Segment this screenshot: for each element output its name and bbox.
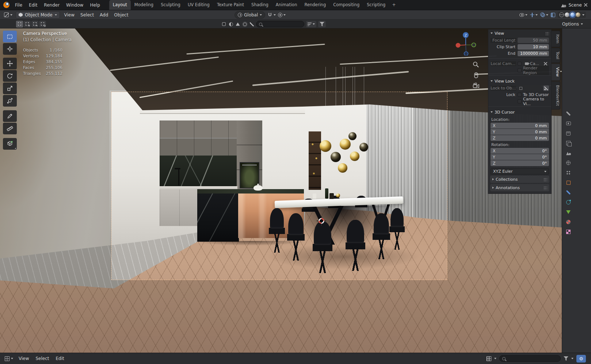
shading-wireframe-icon[interactable] — [559, 12, 564, 17]
menu-object[interactable]: Object — [111, 12, 131, 18]
tool-transform[interactable] — [3, 95, 17, 107]
3d-viewport[interactable]: Camera Perspective (1) Collection | Came… — [0, 28, 562, 353]
bottom-menu-view[interactable]: View — [16, 356, 32, 361]
tool-move[interactable] — [3, 58, 17, 69]
filter-button[interactable] — [318, 21, 326, 27]
shading-solid-icon[interactable] — [565, 12, 569, 17]
sidebar-tab-view[interactable]: View — [552, 64, 560, 80]
blenderkit-material-icon[interactable] — [228, 22, 233, 27]
workspace-tab-texture-paint[interactable]: Texture Paint — [213, 0, 248, 10]
bottom-menu-edit[interactable]: Edit — [53, 356, 67, 361]
proportional-edit-toggle[interactable] — [278, 13, 286, 17]
bottom-editor-type-button[interactable] — [3, 356, 15, 362]
view-lock-panel-header[interactable]: View Lock — [488, 77, 551, 85]
overlays-toggle[interactable] — [540, 12, 548, 17]
drag-handle-icon[interactable] — [543, 177, 547, 181]
mode-dropdown[interactable]: Object Mode — [16, 11, 60, 19]
workspace-tab-sculpting[interactable]: Sculpting — [157, 0, 184, 10]
cursor-rotation-y[interactable]: Y0° — [491, 154, 549, 160]
clip-start-field[interactable]: 10 mm — [518, 44, 549, 50]
scene-unlink-icon[interactable] — [584, 3, 587, 7]
bottom-search-input[interactable] — [507, 356, 558, 361]
cursor-rotation-x[interactable]: X0° — [491, 148, 549, 154]
tool-rotate[interactable] — [3, 70, 17, 82]
tab-tool-icon[interactable] — [565, 110, 572, 117]
render-region-checkbox[interactable] — [518, 68, 522, 72]
select-subtract-button[interactable] — [31, 21, 38, 27]
workspace-tab-animation[interactable]: Animation — [272, 0, 301, 10]
tab-object-icon[interactable] — [565, 179, 572, 186]
tab-object-data-icon[interactable] — [565, 209, 572, 215]
annotations-panel-header[interactable]: Annotations — [490, 184, 549, 191]
blenderkit-scene-icon[interactable] — [235, 22, 240, 27]
lock-object-field[interactable] — [518, 85, 542, 91]
cursor-location-y[interactable]: Y0 mm — [491, 129, 549, 135]
pan-hand-icon[interactable] — [473, 72, 479, 79]
cursor-location-x[interactable]: X0 mm — [491, 123, 549, 129]
add-workspace-button[interactable]: + — [389, 0, 399, 10]
menu-window[interactable]: Window — [63, 0, 87, 10]
camera-to-view-checkbox[interactable] — [518, 99, 522, 103]
tab-collection-icon[interactable] — [565, 169, 572, 176]
eyedropper-button[interactable] — [543, 85, 549, 91]
clear-icon[interactable] — [544, 62, 547, 65]
collections-panel-header[interactable]: Collections — [490, 176, 549, 183]
cursor-location-z[interactable]: Z0 mm — [491, 135, 549, 141]
object-visibility-dropdown[interactable] — [519, 13, 527, 17]
local-camera-field[interactable]: Ca... — [523, 61, 549, 66]
shading-material-preview-icon[interactable] — [570, 12, 575, 17]
options-dropdown[interactable]: Options — [562, 22, 588, 27]
scene-name[interactable]: Scene — [568, 3, 582, 8]
menu-edit[interactable]: Edit — [26, 0, 41, 10]
tool-annotate[interactable] — [3, 110, 17, 122]
view-panel-header[interactable]: View — [488, 30, 551, 37]
menu-add[interactable]: Add — [97, 12, 111, 18]
workspace-tab-shading[interactable]: Shading — [248, 0, 272, 10]
workspace-tab-compositing[interactable]: Compositing — [329, 0, 363, 10]
shading-rendered-icon[interactable] — [576, 12, 580, 17]
select-intersect-button[interactable] — [39, 21, 46, 27]
cursor-rotation-z[interactable]: Z0° — [491, 160, 549, 166]
filter-funnel-icon[interactable] — [564, 356, 568, 361]
tab-world-icon[interactable] — [565, 160, 572, 166]
camera-view-icon[interactable] — [473, 83, 480, 89]
tab-render-icon[interactable] — [565, 120, 572, 127]
tool-cursor[interactable] — [3, 43, 17, 55]
drag-handle-icon[interactable] — [545, 31, 549, 35]
workspace-tab-rendering[interactable]: Rendering — [301, 0, 329, 10]
tool-measure[interactable] — [3, 123, 17, 134]
blenderkit-search-input[interactable] — [264, 22, 301, 27]
sidebar-tab-item[interactable]: Item — [552, 31, 560, 47]
focal-length-field[interactable]: 50 mm — [518, 38, 549, 43]
editor-type-button[interactable] — [2, 12, 14, 18]
blenderkit-model-icon[interactable] — [221, 22, 226, 27]
tool-select-box[interactable] — [3, 31, 17, 42]
workspace-tab-layout[interactable]: Layout — [109, 0, 131, 10]
xray-toggle-icon[interactable] — [551, 13, 555, 17]
menu-file[interactable]: File — [12, 0, 26, 10]
gizmos-toggle[interactable] — [530, 13, 538, 17]
blenderkit-brush-icon[interactable] — [249, 22, 254, 27]
blenderkit-hdr-icon[interactable] — [242, 22, 247, 27]
tab-scene-icon[interactable] — [565, 150, 572, 156]
orientation-dropdown[interactable]: Global — [235, 11, 265, 19]
workspace-tab-uv-editing[interactable]: UV Editing — [184, 0, 213, 10]
tab-output-icon[interactable] — [565, 130, 572, 137]
drag-handle-icon[interactable] — [543, 186, 547, 190]
display-mode-icon[interactable] — [487, 356, 491, 361]
workspace-tab-scripting[interactable]: Scripting — [363, 0, 389, 10]
local-camera-checkbox[interactable] — [518, 62, 522, 66]
tab-texture-icon[interactable] — [565, 229, 572, 235]
select-extend-button[interactable] — [24, 21, 31, 27]
sidebar-tab-tool[interactable]: Tool — [552, 48, 560, 63]
blender-logo-icon[interactable] — [3, 2, 9, 8]
tool-scale[interactable] — [3, 83, 17, 94]
tab-physics-icon[interactable] — [565, 199, 572, 206]
rotation-order-dropdown[interactable]: XYZ Euler — [491, 168, 549, 175]
tab-material-icon[interactable] — [565, 219, 572, 225]
clip-end-field[interactable]: 1000000 mm — [518, 51, 549, 56]
menu-select[interactable]: Select — [77, 12, 97, 18]
sidebar-tab-blenderkit[interactable]: BlenderKit — [552, 81, 560, 110]
to-3d-cursor-checkbox[interactable] — [518, 93, 522, 97]
settings-gear-button[interactable]: ⚙ — [576, 355, 586, 363]
